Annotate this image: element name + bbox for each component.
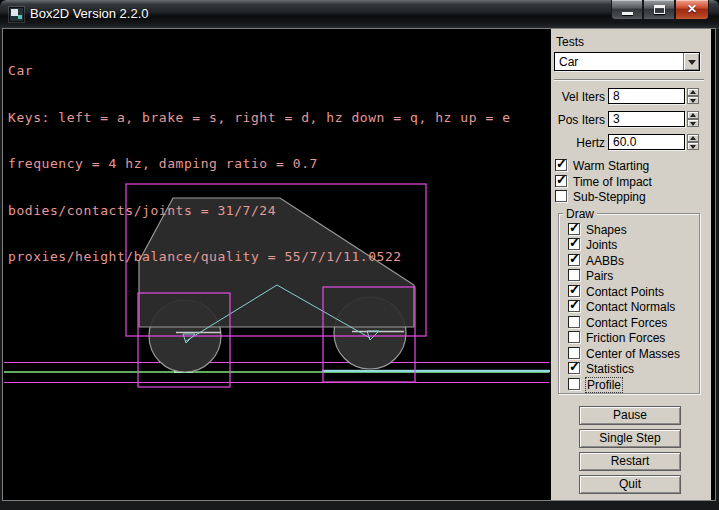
- separator: [554, 79, 704, 81]
- title-bar: Box2D Version 2.2.0 ✕: [0, 0, 719, 29]
- bridge-line: [322, 370, 550, 372]
- draw-group-label: Draw: [563, 207, 597, 221]
- stats-frequency: frequency = 4 hz, damping ratio = 0.7: [8, 156, 511, 172]
- spin-up-icon[interactable]: [687, 134, 699, 142]
- time-of-impact-label: Time of Impact: [573, 175, 652, 189]
- stats-keys: Keys: left = a, brake = s, right = d, hz…: [8, 110, 511, 126]
- contact-points-label: Contact Points: [586, 285, 664, 299]
- pos-iters-label: Pos Iters: [551, 113, 605, 127]
- spin-down-icon[interactable]: [687, 119, 699, 127]
- restart-button[interactable]: Restart: [579, 452, 681, 471]
- center-of-masses-label: Center of Masses: [586, 347, 680, 361]
- draw-group: Draw ✓ Shapes ✓ Joints ✓ AABBs Pairs: [558, 213, 700, 394]
- maximize-button[interactable]: [643, 0, 675, 20]
- sub-stepping-label: Sub-Stepping: [573, 190, 646, 204]
- tests-label: Tests: [556, 35, 584, 49]
- aabbs-label: AABBs: [586, 254, 624, 268]
- hertz-stepper[interactable]: [687, 134, 699, 150]
- maximize-icon: [654, 5, 665, 14]
- control-panel: Tests Car Vel Iters Pos Iters Hertz: [551, 29, 711, 500]
- minimize-button[interactable]: [611, 0, 643, 20]
- contact-normals-label: Contact Normals: [586, 300, 675, 314]
- selected-test: Car: [559, 55, 578, 69]
- joints-label: Joints: [586, 238, 617, 252]
- app-window: Box2D Version 2.2.0 ✕: [0, 0, 719, 510]
- stats-proxies: proxies/height/balance/quality = 55/7/1/…: [8, 249, 511, 265]
- close-button[interactable]: ✕: [675, 0, 709, 20]
- test-select-dropdown[interactable]: Car: [554, 52, 700, 71]
- dropdown-arrow-button[interactable]: [683, 53, 699, 70]
- vel-iters-label: Vel Iters: [551, 90, 605, 104]
- quit-button[interactable]: Quit: [579, 475, 681, 494]
- vel-iters-input[interactable]: [608, 88, 685, 104]
- pos-iters-stepper[interactable]: [687, 111, 699, 127]
- debug-statistics: Car Keys: left = a, brake = s, right = d…: [8, 32, 511, 296]
- pos-iters-input[interactable]: [608, 111, 685, 127]
- stats-counts: bodies/contacts/joints = 31/7/24: [8, 203, 511, 219]
- vel-iters-stepper[interactable]: [687, 88, 699, 104]
- client-area: Car Keys: left = a, brake = s, right = d…: [3, 29, 715, 500]
- single-step-button[interactable]: Single Step: [579, 429, 681, 448]
- warm-starting-label: Warm Starting: [573, 159, 649, 173]
- hertz-label: Hertz: [551, 136, 605, 150]
- pairs-label: Pairs: [586, 269, 613, 283]
- chevron-down-icon: [688, 60, 696, 65]
- statistics-label: Statistics: [586, 362, 634, 376]
- spin-up-icon[interactable]: [687, 88, 699, 96]
- profile-label: Profile: [586, 378, 622, 392]
- app-icon: [9, 7, 24, 22]
- hertz-input[interactable]: [608, 134, 685, 150]
- window-title: Box2D Version 2.2.0: [30, 0, 149, 29]
- shapes-label: Shapes: [586, 223, 627, 237]
- pause-button[interactable]: Pause: [579, 406, 681, 425]
- close-icon: ✕: [676, 2, 708, 16]
- simulation-canvas[interactable]: Car Keys: left = a, brake = s, right = d…: [3, 29, 551, 500]
- spin-up-icon[interactable]: [687, 111, 699, 119]
- stats-test-name: Car: [8, 63, 511, 79]
- spin-down-icon[interactable]: [687, 96, 699, 104]
- friction-forces-label: Friction Forces: [586, 331, 665, 345]
- spin-down-icon[interactable]: [687, 142, 699, 150]
- minimize-icon: [622, 12, 633, 15]
- contact-forces-label: Contact Forces: [586, 316, 667, 330]
